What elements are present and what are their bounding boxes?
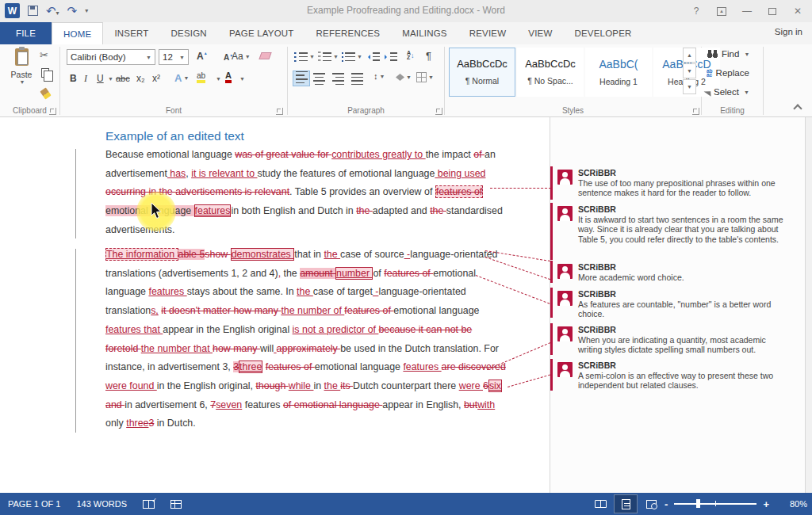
align-right-button[interactable] <box>332 73 344 87</box>
show-hide-marks-button[interactable]: ¶ <box>426 50 431 62</box>
font-size-dropdown-icon[interactable]: ▼ <box>179 55 185 60</box>
ribbon-display-options-icon[interactable]: ▲ <box>710 2 733 20</box>
italic-button[interactable]: I <box>84 73 87 85</box>
maximize-icon[interactable] <box>761 2 783 20</box>
zoom-slider[interactable] <box>674 503 756 505</box>
line-spacing-dropdown-icon[interactable]: ▼ <box>380 74 385 79</box>
font-name-dropdown-icon[interactable]: ▼ <box>146 55 151 60</box>
numbering-dropdown-icon[interactable]: ▼ <box>333 54 339 59</box>
copy-button[interactable] <box>41 68 49 78</box>
multilevel-list-button[interactable]: ▼ <box>342 52 362 62</box>
comment[interactable]: SCRiBBRA semi-colon is an effective way … <box>557 360 789 391</box>
superscript-button[interactable]: x² <box>152 73 160 84</box>
styles-gallery-more-icon[interactable]: ▼ <box>683 79 696 94</box>
paste-button[interactable]: Paste ▼ <box>6 48 36 105</box>
document-line[interactable]: only three3 in Dutch. <box>105 416 196 430</box>
macro-recording-button[interactable] <box>163 493 190 515</box>
font-color-button[interactable]: A <box>225 71 232 83</box>
tab-mailings[interactable]: MAILINGS <box>391 22 458 44</box>
strikethrough-button[interactable]: abc <box>116 74 130 83</box>
tab-page-layout[interactable]: PAGE LAYOUT <box>218 22 305 44</box>
comment[interactable]: SCRiBBRIt is awkward to start two senten… <box>557 204 789 244</box>
tab-view[interactable]: VIEW <box>517 22 563 44</box>
minimize-icon[interactable]: — <box>736 2 758 20</box>
styles-scroll-up-icon[interactable]: ▲ <box>683 48 696 63</box>
document-line[interactable]: Because emotional language was of great … <box>105 147 496 162</box>
bullets-dropdown-icon[interactable]: ▼ <box>309 54 315 59</box>
select-dropdown-icon[interactable]: ▼ <box>744 90 749 95</box>
find-button[interactable]: Find▼ <box>707 49 749 59</box>
word-count[interactable]: 143 WORDS <box>68 493 135 515</box>
zoom-out-button[interactable]: - <box>665 498 668 510</box>
align-left-button[interactable] <box>293 71 310 86</box>
styles-scroll-down-icon[interactable]: ▼ <box>683 63 696 78</box>
help-icon[interactable]: ? <box>685 2 707 20</box>
underline-dropdown-icon[interactable]: ▼ <box>108 76 113 82</box>
zoom-in-button[interactable]: + <box>763 498 769 510</box>
borders-dropdown-icon[interactable]: ▼ <box>428 74 434 80</box>
change-case-button[interactable]: Aa▼ <box>232 51 251 62</box>
document-line[interactable]: advertisement has, it is relevant to stu… <box>105 166 485 181</box>
document-line[interactable]: translations, it doesn't matter how many… <box>105 303 479 318</box>
grow-font-button[interactable]: A <box>197 51 204 62</box>
clipboard-dialog-launcher-icon[interactable] <box>49 108 56 115</box>
paragraph-dialog-launcher-icon[interactable] <box>435 108 442 115</box>
underline-button[interactable]: U <box>97 73 104 84</box>
select-button[interactable]: Select▼ <box>707 87 749 97</box>
clear-formatting-button[interactable] <box>260 52 270 59</box>
font-name-combobox[interactable]: Calibri (Body)▼ <box>67 49 155 65</box>
document-line[interactable]: instance, in advertisement 3, 3three fea… <box>105 360 506 374</box>
tab-references[interactable]: REFERENCES <box>305 22 392 44</box>
web-layout-button[interactable] <box>639 494 663 513</box>
shading-button[interactable]: ▼ <box>396 74 412 81</box>
line-spacing-button[interactable]: ↕▼ <box>373 71 385 81</box>
document-line[interactable]: features that appear in the English orig… <box>105 322 472 337</box>
comment[interactable]: SCRiBBRMore academic word choice. <box>557 262 789 282</box>
sign-in-link[interactable]: Sign in <box>775 27 802 36</box>
read-mode-button[interactable] <box>588 494 612 513</box>
text-highlight-button[interactable]: ab <box>197 71 205 83</box>
zoom-level[interactable]: 80% <box>771 499 807 509</box>
find-dropdown-icon[interactable]: ▼ <box>744 52 749 57</box>
zoom-slider-thumb[interactable] <box>696 499 700 508</box>
text-highlight-dropdown-icon[interactable]: ▼ <box>216 76 221 82</box>
font-size-combobox[interactable]: 12▼ <box>159 49 189 65</box>
style-normal[interactable]: AaBbCcDc ¶ Normal <box>449 48 515 97</box>
changed-line-indicator[interactable] <box>75 249 76 433</box>
justify-button[interactable] <box>351 73 363 87</box>
font-dialog-launcher-icon[interactable] <box>276 108 283 115</box>
vertical-scrollbar[interactable] <box>805 117 812 493</box>
comment[interactable]: SCRiBBRAs features are countable, "numbe… <box>557 289 789 319</box>
collapse-ribbon-icon[interactable] <box>793 104 802 113</box>
borders-button[interactable]: ▼ <box>416 72 434 82</box>
tab-design[interactable]: DESIGN <box>160 22 218 44</box>
tab-file[interactable]: FILE <box>0 22 52 44</box>
page-indicator[interactable]: PAGE 1 OF 1 <box>0 493 68 515</box>
document-line[interactable]: were found in the English original, thou… <box>105 379 502 393</box>
tab-developer[interactable]: DEVELOPER <box>563 22 642 44</box>
document-line[interactable]: translations (advertisements 1, 2 and 4)… <box>105 266 476 280</box>
cut-button[interactable]: ✂ <box>40 49 48 61</box>
style-heading-1[interactable]: AaBbC( Heading 1 <box>585 48 652 97</box>
multilevel-dropdown-icon[interactable]: ▼ <box>357 54 362 59</box>
document-line[interactable]: language features stays about the same. … <box>105 284 466 299</box>
close-icon[interactable]: ✕ <box>787 2 809 20</box>
increase-indent-button[interactable] <box>385 52 397 62</box>
comment[interactable]: SCRiBBRThe use of too many prepositional… <box>557 168 789 198</box>
document-line[interactable]: foretold the number that how many will a… <box>105 341 499 356</box>
tab-insert[interactable]: INSERT <box>103 22 159 44</box>
tab-review[interactable]: REVIEW <box>458 22 518 44</box>
font-color-dropdown-icon[interactable]: ▼ <box>239 76 245 82</box>
style-no-spacing[interactable]: AaBbCcDc ¶ No Spac... <box>517 48 584 97</box>
document-line[interactable]: The information able 5show demonstrates … <box>105 247 497 261</box>
text-effects-dropdown-icon[interactable]: ▼ <box>183 75 189 81</box>
replace-button[interactable]: abacReplace <box>707 68 749 78</box>
tab-home[interactable]: HOME <box>52 22 103 44</box>
shrink-font-button[interactable]: A <box>224 53 229 62</box>
subscript-button[interactable]: x₂ <box>136 73 145 84</box>
decrease-indent-button[interactable] <box>367 52 380 62</box>
changed-line-indicator[interactable] <box>75 149 76 238</box>
proofing-status-button[interactable] <box>135 493 163 515</box>
align-center-button[interactable] <box>313 73 325 87</box>
bullets-button[interactable]: ▼ <box>294 52 315 62</box>
